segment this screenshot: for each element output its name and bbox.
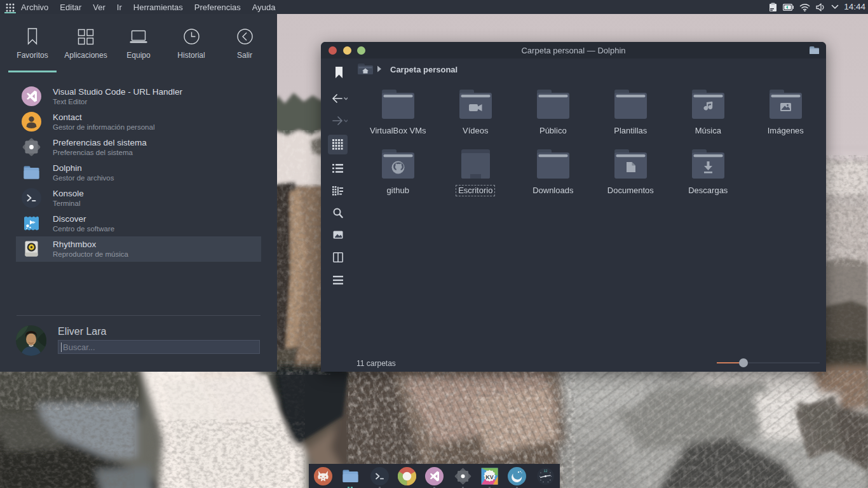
svg-text:KV: KV [485,474,494,480]
svg-text:12: 12 [543,469,547,473]
